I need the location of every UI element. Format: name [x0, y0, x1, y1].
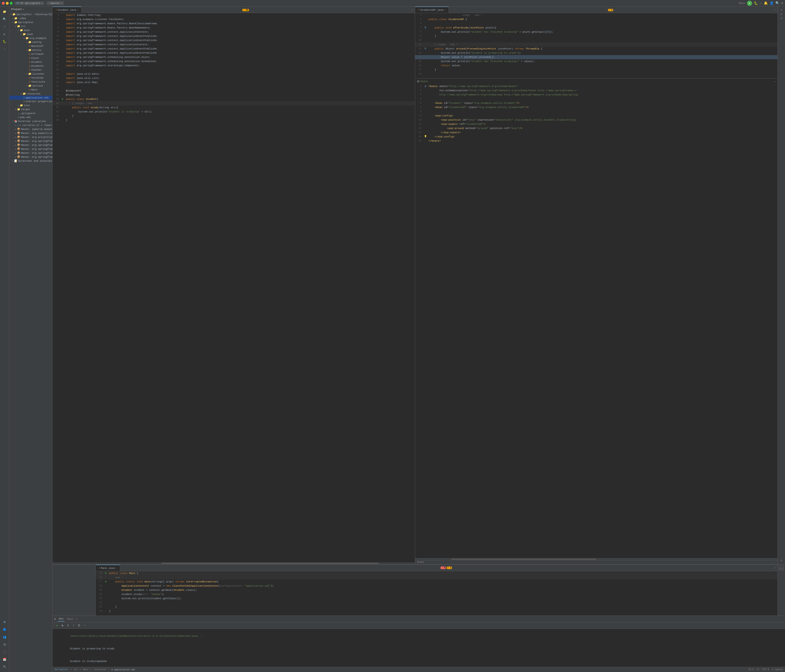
sidebar-item-run[interactable]: ▶ [2, 31, 8, 37]
beans-xml-editor[interactable]: 2 ⊞ <beans xmlns="http://www.springframe… [415, 84, 777, 558]
sidebar-item-plugin[interactable]: 🔌 [2, 664, 8, 670]
tab-studentaop-java[interactable]: J StudentAOP.java ✕ [415, 6, 449, 13]
status-encoding[interactable]: UTF-8 [762, 668, 769, 671]
horizontal-scrollbar-left[interactable] [53, 562, 415, 564]
status-lf[interactable]: LF [757, 668, 759, 671]
status-spaces[interactable]: 4 spaces [772, 668, 783, 671]
tree-item-orgexample[interactable]: ▾ 📁 org.example [9, 36, 52, 40]
tab-more-right[interactable]: ⋯ [772, 8, 777, 11]
tree-item-external-libs[interactable]: ▾ 📚 External Libraries [9, 119, 52, 123]
beans-scrollbar[interactable] [415, 558, 777, 560]
sidebar-item-power[interactable]: ⏻ [2, 641, 8, 648]
tab-close-icon[interactable]: ✕ [77, 9, 78, 11]
tab-close-icon4[interactable]: ✕ [76, 618, 77, 621]
tree-item-gitignore[interactable]: ◌ .gitignore [9, 111, 52, 115]
notification-icon[interactable]: 🔔 [764, 1, 768, 5]
tree-item-main[interactable]: ▾ 📁 main [9, 28, 52, 32]
sidebar-item-debug[interactable]: 🐛 [2, 38, 8, 45]
clear-button[interactable]: 🗑 [77, 623, 81, 628]
sidebar-item-more[interactable]: ⋯ [2, 46, 8, 52]
tree-item-class[interactable]: ⊙ Class [9, 56, 52, 60]
tree-item-pomxml[interactable]: ⊡ pom.xml [9, 115, 52, 119]
tree-item-service[interactable]: ▾ 📁 service [9, 84, 52, 88]
beans-more[interactable]: ⋯ [774, 80, 776, 83]
tab-student-java[interactable]: J Student.java ✕ [53, 6, 81, 13]
tree-item-springtest2[interactable]: ▾ 📁 SpringTest [9, 20, 52, 24]
tab-main[interactable]: Main ✕ [66, 617, 78, 621]
right-sidebar-btn3[interactable]: ≡ [780, 17, 782, 20]
tab-more-left[interactable]: ⋯ [410, 8, 415, 11]
tab-run[interactable]: Run [58, 616, 64, 622]
tree-item-springtest[interactable]: ▾ 📁 SpringTest ~/Desktop/CS/… [9, 12, 52, 16]
tree-item-maven7[interactable]: ▸ 📦 Maven: org.springframew [9, 151, 52, 155]
tab-main-java[interactable]: J Main.java ✕ [96, 564, 120, 571]
sidebar-item-calendar[interactable]: 📅 [2, 656, 8, 663]
scroll-end-button[interactable]: ⬇ [71, 623, 76, 628]
tree-item-scratches[interactable]: ▸ 📝 Scratches and Consoles [9, 159, 52, 163]
more-run-button[interactable]: ⋯ [83, 623, 87, 628]
tree-item-applicationxml[interactable]: ⊡ application.xml [9, 96, 52, 100]
tree-item-maven6[interactable]: ▸ 📦 Maven: org.springframew [9, 147, 52, 151]
tab-close-icon3[interactable]: ✕ [116, 567, 117, 569]
sidebar-item-search[interactable]: 🔍 [2, 16, 8, 22]
tree-item-starterprops[interactable]: ≡ starter.properties [9, 100, 52, 103]
tree-item-src[interactable]: ▾ 📁 src [9, 24, 52, 28]
tree-item-testliste[interactable]: ⊙ TestListe [9, 80, 52, 84]
tree-item-target[interactable]: ▾ 📁 target [9, 108, 52, 111]
sidebar-item-m[interactable]: m [2, 619, 8, 625]
scrollbar-thumb2[interactable] [451, 558, 596, 560]
maximize-button[interactable] [10, 2, 13, 5]
right-sidebar-btn4[interactable]: ≡ [780, 559, 782, 562]
close-button[interactable] [2, 2, 5, 5]
tree-item-java[interactable]: ▾ 📁 java [9, 32, 52, 36]
right-sidebar-btn1[interactable]: ≡ [780, 8, 782, 12]
tree-item-idea[interactable]: ▸ 📁 .idea [9, 16, 52, 20]
tree-item-maven2[interactable]: ▸ 📦 Maven: org.aspectj:aspe [9, 131, 52, 135]
sidebar-item-git[interactable]: ⌥ [2, 23, 8, 30]
settings-icon[interactable]: ⚙ [781, 1, 783, 5]
main-java-editor[interactable]: 15 ▶ public class Main { 16 new * 17 ▶ p… [96, 571, 777, 616]
tree-item-listener[interactable]: ▾ 📁 listener [9, 72, 52, 76]
sidebar-item-terminal[interactable]: ⬛ [2, 649, 8, 655]
more-button[interactable]: ⋯ [760, 1, 762, 5]
tree-item-entity[interactable]: ▾ 📁 entity [9, 48, 52, 52]
run-button[interactable]: ▶ [747, 1, 752, 6]
sidebar-item-notifications[interactable]: 🔵 [2, 626, 8, 633]
tree-item-maven1[interactable]: ▸ 📦 Maven: jakarta.annotatio [9, 127, 52, 131]
tree-item-maven4[interactable]: ▸ 📦 Maven: org.springframew [9, 139, 52, 143]
left-editor-content[interactable]: 1 import lombok.ToString; 6 import org.e… [53, 13, 415, 562]
tree-item-testeven[interactable]: ⊙ TestEven [9, 76, 52, 80]
tree-item-artteach[interactable]: ⊙ ArtTeach [9, 52, 52, 56]
tree-item-corretto[interactable]: ▸ ☕ < corretto-17 > /Users/e [9, 123, 52, 127]
tree-item-label21: resources [27, 92, 41, 95]
search-icon[interactable]: 🔍 [776, 1, 779, 5]
restart-button[interactable]: ↺ [55, 623, 59, 628]
scrollbar-thumb[interactable] [161, 563, 379, 564]
branch-selector[interactable]: ⌥ master ▾ [46, 1, 64, 5]
project-selector[interactable]: ST ST SpringTest ▾ [14, 2, 44, 5]
tree-item-config[interactable]: ▾ 📁 config [9, 40, 52, 44]
expand-icon-beans[interactable]: ⊞ [417, 79, 419, 84]
minimize-button[interactable] [6, 2, 9, 5]
tree-item-maven8[interactable]: ▸ 📦 Maven: org.springframew [9, 155, 52, 159]
tab-close-icon2[interactable]: ✕ [444, 9, 446, 11]
tree-item-student[interactable]: ⊙ Student [9, 60, 52, 64]
tree-item-mainservice[interactable]: ⊙ Main [9, 88, 52, 92]
tree-item-resources[interactable]: ▾ 📁 resources [9, 92, 52, 96]
person-icon[interactable]: 👤 [769, 1, 774, 5]
tree-item-studenta[interactable]: ⊙ StudentA [9, 64, 52, 68]
sidebar-item-users[interactable]: 👥 [2, 634, 8, 640]
tree-item-teacher[interactable]: ⊙ Teacher [9, 68, 52, 72]
tree-item-maven3[interactable]: ▸ 📦 Maven: org.projectlombo [9, 135, 52, 139]
sidebar-item-folder[interactable]: 📁 [2, 8, 8, 15]
tree-item-test[interactable]: ▸ 📁 test [9, 103, 52, 108]
debug-button[interactable]: 🐛 [754, 1, 758, 5]
tree-item-maven5[interactable]: ▸ 📦 Maven: org.springframew [9, 143, 52, 147]
tree-item-mainconf[interactable]: ⊙ MainConf [9, 44, 52, 48]
pause-button[interactable]: ⏸ [66, 623, 70, 628]
stop-button[interactable]: ◼ [60, 623, 65, 628]
right-sidebar-btn2[interactable]: ≡ [780, 12, 782, 16]
tab-more-main[interactable]: ⋯ [772, 566, 777, 569]
file-tree-panel: Project ▾ ▾ 📁 SpringTest ~/Desktop/CS/… … [9, 6, 53, 672]
studentaop-editor[interactable]: 4 usage new * 5 public class StudentAOP … [415, 13, 777, 78]
